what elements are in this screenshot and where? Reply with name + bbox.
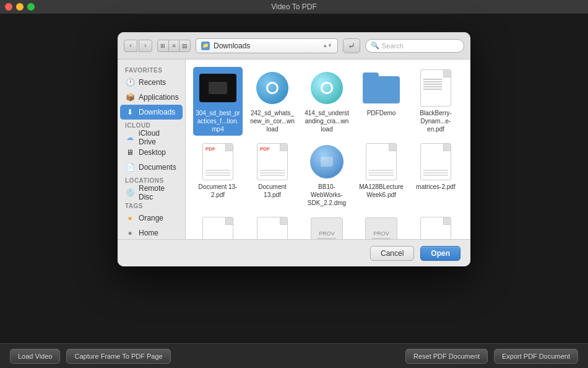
column-view-button[interactable]: ▤ bbox=[179, 40, 190, 51]
list-view-button[interactable]: ≡ bbox=[169, 40, 180, 51]
new-folder-button[interactable]: ⤶ bbox=[343, 38, 360, 53]
location-text: Downloads bbox=[214, 42, 250, 50]
tag-orange-label: Orange bbox=[139, 214, 163, 222]
bottom-right: Reset PDF Document Export PDF Document bbox=[405, 349, 578, 364]
search-icon: 🔍 bbox=[371, 42, 379, 50]
location-dropdown[interactable]: 📁 Downloads ▲▼ bbox=[196, 38, 338, 53]
file-item-tnpsc[interactable]: TNPSC-GENER...RIAL.pdf bbox=[411, 214, 460, 239]
file-open-dialog: ‹ › ⊞ ≡ ▤ 📁 Downloads ▲▼ ⤶ 🔍 Search bbox=[118, 32, 470, 266]
sidebar-icloud-label: iCloud Drive bbox=[139, 129, 178, 146]
recents-icon: 🕐 bbox=[125, 77, 135, 87]
bottom-bar: Load Video Capture Frame To PDF Page Res… bbox=[0, 343, 588, 368]
tag-orange-icon: ● bbox=[125, 213, 135, 223]
tag-home-icon: ● bbox=[125, 228, 135, 238]
file-name: BB10-WebWorks-SDK_2.2.dmg bbox=[305, 183, 349, 207]
dialog-overlay: ‹ › ⊞ ≡ ▤ 📁 Downloads ▲▼ ⤶ 🔍 Search bbox=[0, 14, 588, 343]
pdf7-icon bbox=[417, 217, 454, 239]
dropdown-arrow-icon: ▲▼ bbox=[322, 43, 332, 48]
sidebar-item-desktop[interactable]: 🖥 Desktop bbox=[120, 145, 183, 160]
sidebar-item-recents[interactable]: 🕐 Recents bbox=[120, 75, 183, 90]
file-item-doc132[interactable]: PDF Document 13-2.pdf bbox=[193, 141, 243, 209]
file-item-prov1[interactable]: PROV EisenDistri.provisionprofile bbox=[302, 214, 352, 239]
file-item-download2[interactable]: 414_sd_understanding_cra...wnload bbox=[302, 67, 352, 136]
sidebar-applications-label: Applications bbox=[139, 93, 179, 102]
sidebar-item-downloads[interactable]: ⬇ Downloads bbox=[120, 105, 183, 120]
file-item-quiz[interactable]: quiz_04sle_eigenvaluesan...ution.pdf bbox=[248, 214, 297, 239]
file-name: BlackBerry-Dynam...e-en.pdf bbox=[413, 109, 458, 133]
file-item-doc13[interactable]: PDF Document 13.pdf bbox=[248, 141, 297, 209]
sidebar-item-tag-home[interactable]: ● Home bbox=[120, 226, 183, 239]
open-button[interactable]: Open bbox=[420, 246, 460, 261]
reset-pdf-button[interactable]: Reset PDF Document bbox=[405, 349, 488, 364]
sidebar-desktop-label: Desktop bbox=[139, 148, 166, 157]
pdf6-icon bbox=[254, 217, 291, 239]
sidebar-item-documents[interactable]: 📄 Documents bbox=[120, 160, 183, 175]
search-placeholder: Search bbox=[382, 42, 404, 50]
window-title: Video To PDF bbox=[271, 2, 317, 11]
file-item-pdfdemo[interactable]: PDFDemo bbox=[357, 67, 406, 136]
sidebar-downloads-label: Downloads bbox=[139, 108, 175, 116]
pdf3-icon bbox=[363, 143, 400, 180]
download1-icon bbox=[254, 69, 291, 107]
load-video-button[interactable]: Load Video bbox=[10, 349, 60, 364]
minimize-button[interactable] bbox=[16, 3, 24, 11]
desktop-icon: 🖥 bbox=[125, 147, 135, 157]
file-item-video[interactable]: 304_sd_best_practices_f...tion.mp4 bbox=[193, 67, 243, 136]
sidebar-item-applications[interactable]: 📦 Applications bbox=[120, 90, 183, 105]
tag-home-label: Home bbox=[139, 229, 158, 237]
forward-button[interactable]: › bbox=[139, 40, 152, 52]
file-item-blackberry[interactable]: BlackBerry-Dynam...e-en.pdf bbox=[411, 67, 460, 136]
file-name: 242_sd_whats_new_in_cor...wnload bbox=[250, 109, 295, 133]
sidebar-recents-label: Recents bbox=[139, 78, 166, 87]
file-name: Document 13.pdf bbox=[250, 183, 295, 199]
file-item-dmg[interactable]: BB10-WebWorks-SDK_2.2.dmg bbox=[302, 141, 352, 209]
file-item-ma128[interactable]: MA128BLectureWeek6.pdf bbox=[357, 141, 406, 209]
dialog-toolbar: ‹ › ⊞ ≡ ▤ 📁 Downloads ▲▼ ⤶ 🔍 Search bbox=[118, 32, 470, 59]
sidebar-item-remote-disc[interactable]: 💿 Remote Disc bbox=[120, 185, 183, 200]
pdf4-icon bbox=[417, 143, 454, 180]
folder-icon bbox=[363, 69, 400, 107]
grid-view-button[interactable]: ⊞ bbox=[158, 40, 169, 51]
favorites-label: Favorites bbox=[118, 64, 185, 75]
search-box[interactable]: 🔍 Search bbox=[365, 39, 464, 53]
file-item-matrices2[interactable]: matrices-2.pdf bbox=[411, 141, 460, 209]
file-name: PDFDemo bbox=[367, 109, 396, 117]
file-name: MA128BLectureWeek6.pdf bbox=[359, 183, 404, 199]
sidebar-item-icloud-drive[interactable]: ☁ iCloud Drive bbox=[120, 130, 183, 145]
file-item-matrices[interactable]: matrices.pdf bbox=[193, 214, 243, 239]
sidebar-documents-label: Documents bbox=[139, 163, 176, 172]
dialog-body: Favorites 🕐 Recents 📦 Applications ⬇ Dow… bbox=[118, 59, 470, 239]
remote-disc-icon: 💿 bbox=[125, 188, 135, 198]
window-controls bbox=[5, 3, 35, 11]
capture-frame-button[interactable]: Capture Frame To PDF Page bbox=[66, 349, 170, 364]
documents-icon: 📄 bbox=[125, 162, 135, 172]
prov1-icon: PROV bbox=[308, 217, 345, 239]
cancel-button[interactable]: Cancel bbox=[370, 246, 414, 261]
file-grid: 304_sd_best_practices_f...tion.mp4 242_s… bbox=[186, 59, 470, 239]
file-name: matrices-2.pdf bbox=[416, 183, 455, 191]
dialog-footer: Cancel Open bbox=[118, 239, 470, 266]
prov2-icon: PROV bbox=[363, 217, 400, 239]
file-item-download1[interactable]: 242_sd_whats_new_in_cor...wnload bbox=[248, 67, 297, 136]
icloud-drive-icon: ☁ bbox=[125, 133, 135, 142]
bottom-left: Load Video Capture Frame To PDF Page bbox=[10, 349, 171, 364]
close-button[interactable] bbox=[5, 3, 12, 11]
pdf2-icon: PDF bbox=[254, 143, 291, 180]
pdf5-icon bbox=[199, 217, 236, 239]
downloads-icon: ⬇ bbox=[125, 107, 135, 117]
sidebar-item-tag-orange[interactable]: ● Orange bbox=[120, 211, 183, 226]
file-name: 304_sd_best_practices_f...tion.mp4 bbox=[196, 109, 240, 133]
sidebar: Favorites 🕐 Recents 📦 Applications ⬇ Dow… bbox=[118, 59, 186, 239]
sidebar-remote-disc-label: Remote Disc bbox=[139, 184, 178, 201]
maximize-button[interactable] bbox=[27, 3, 35, 11]
export-pdf-button[interactable]: Export PDF Document bbox=[494, 349, 578, 364]
nav-buttons: ‹ › bbox=[124, 40, 152, 52]
file-item-prov2[interactable]: PROV EisenDevice.provisionprofile bbox=[357, 214, 406, 239]
applications-icon: 📦 bbox=[125, 92, 135, 102]
file-name: 414_sd_understanding_cra...wnload bbox=[305, 109, 349, 133]
view-toggle[interactable]: ⊞ ≡ ▤ bbox=[157, 40, 191, 52]
location-folder-icon: 📁 bbox=[201, 42, 210, 50]
title-bar: Video To PDF bbox=[0, 0, 588, 14]
back-button[interactable]: ‹ bbox=[124, 40, 137, 52]
tags-label: Tags bbox=[118, 200, 185, 211]
